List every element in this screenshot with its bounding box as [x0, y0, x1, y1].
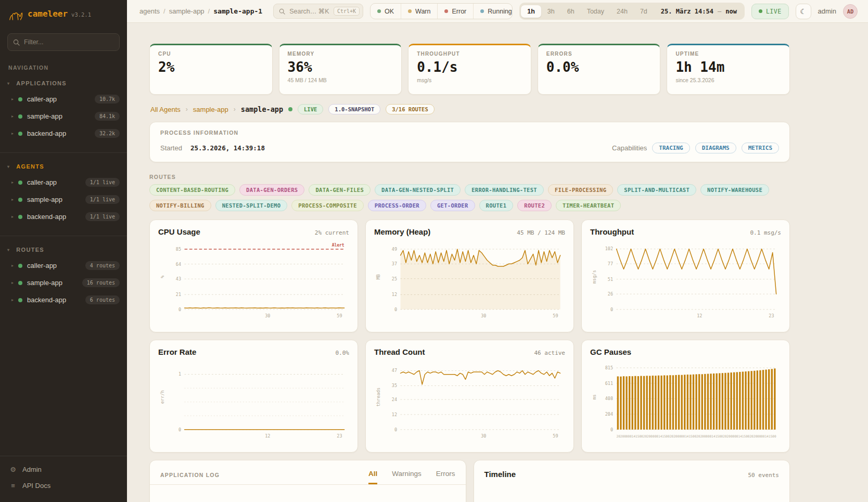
- live-status-badge[interactable]: LIVE: [751, 4, 789, 19]
- sidebar-admin-link[interactable]: ⚙ Admin: [9, 461, 118, 478]
- status-dot-green: [18, 215, 22, 219]
- route-chip[interactable]: ERROR-HANDLING-TEST: [465, 184, 544, 196]
- status-filter-label: OK: [385, 8, 394, 15]
- tab-warnings[interactable]: Warnings: [392, 470, 422, 484]
- sidebar-item-routes-backend-app[interactable]: ▸ backend-app 6 routes: [0, 291, 127, 308]
- status-dot-green: [18, 298, 22, 302]
- route-chip[interactable]: NOTIFY-WAREHOUSE: [700, 184, 769, 196]
- sidebar-item-agent-backend-app[interactable]: ▸ backend-app 1/1 live: [0, 208, 127, 225]
- sample-app-link[interactable]: sample-app: [193, 106, 228, 113]
- dark-mode-toggle[interactable]: ☾: [796, 4, 811, 19]
- search-input[interactable]: Search… ⌘K Ctrl+K: [273, 4, 363, 19]
- range-button-7d[interactable]: 7d: [634, 5, 654, 18]
- item-label: backend-app: [27, 296, 81, 304]
- item-routes-badge: 4 routes: [85, 261, 120, 270]
- sidebar-filter[interactable]: [7, 33, 120, 51]
- tab-errors[interactable]: Errors: [436, 470, 455, 484]
- sidebar-item-backend-app[interactable]: ▸ backend-app 32.2k: [0, 125, 127, 142]
- chevron-right-icon: ▸: [11, 214, 14, 219]
- route-chip[interactable]: ROUTE2: [517, 200, 552, 211]
- range-button-24h[interactable]: 24h: [610, 5, 634, 18]
- status-filter-running[interactable]: Running: [473, 4, 513, 19]
- application-log-title: APPLICATION LOG: [160, 472, 220, 484]
- route-chip[interactable]: GET-ORDER: [430, 200, 475, 211]
- live-badge: LIVE: [298, 104, 323, 114]
- brand-name: cameleer: [28, 9, 68, 19]
- range-button-today[interactable]: Today: [581, 5, 610, 18]
- route-chips: CONTENT-BASED-ROUTING DATA-GEN-ORDERS DA…: [149, 184, 790, 211]
- warn-status-dot: [408, 9, 412, 13]
- search-placeholder: Search… ⌘K: [289, 7, 329, 15]
- range-button-6h[interactable]: 6h: [561, 5, 581, 18]
- breadcrumb-agents[interactable]: agents: [139, 7, 160, 15]
- route-chip[interactable]: DATA-GEN-FILES: [309, 184, 371, 196]
- route-chip[interactable]: SPLIT-AND-MULTICAST: [617, 184, 696, 196]
- sidebar-item-agent-sample-app[interactable]: ▸ sample-app 1/1 live: [0, 191, 127, 208]
- svg-text:30: 30: [481, 433, 486, 439]
- tab-all[interactable]: All: [368, 470, 377, 484]
- chart-card-cpu-usage: CPU Usage 2% current 856443210Alert%3059: [149, 220, 358, 332]
- status-dot-green: [18, 132, 22, 136]
- status-filter-error[interactable]: Error: [437, 4, 473, 19]
- routes-block: ROUTES CONTENT-BASED-ROUTING DATA-GEN-OR…: [149, 174, 790, 211]
- status-filter-warn[interactable]: Warn: [401, 4, 437, 19]
- sidebar-nav: ▾ APPLICATIONS ▸ caller-app 10.7k ▸ samp…: [0, 74, 127, 456]
- sidebar-item-routes-sample-app[interactable]: ▸ sample-app 16 routes: [0, 274, 127, 291]
- svg-text:49: 49: [392, 247, 397, 252]
- svg-text:21: 21: [176, 292, 181, 297]
- status-dot-green: [18, 114, 22, 119]
- route-chip[interactable]: PROCESS-ORDER: [368, 200, 426, 211]
- error-rate-chart: 10err/h1223: [158, 357, 349, 441]
- sidebar-item-routes-caller-app[interactable]: ▸ caller-app 4 routes: [0, 257, 127, 274]
- svg-text:51: 51: [608, 276, 613, 281]
- capabilities: Capabilities TRACING DIAGRAMS METRICS: [612, 143, 779, 153]
- stat-card-uptime: UPTIME 1h 14m since 25.3.2026: [667, 44, 790, 95]
- date-range-display[interactable]: 25. März 14:54 — now: [654, 8, 743, 15]
- route-chip[interactable]: CONTENT-BASED-ROUTING: [149, 184, 235, 196]
- section-label: AGENTS: [16, 163, 44, 170]
- svg-text:35: 35: [392, 383, 397, 388]
- route-chip[interactable]: PROCESS-COMPOSITE: [291, 200, 364, 211]
- status-filter-ok[interactable]: OK: [371, 4, 401, 19]
- sidebar-section-routes[interactable]: ▾ ROUTES: [0, 243, 127, 257]
- chart-current-value: 2% current: [315, 229, 349, 236]
- item-label: caller-app: [27, 95, 90, 103]
- range-button-1h[interactable]: 1h: [521, 5, 541, 18]
- chart-current-value: 0.1 msg/s: [750, 229, 781, 236]
- chevron-down-icon: ▾: [7, 164, 10, 169]
- route-chip[interactable]: TIMER-HEARTBEAT: [556, 200, 621, 211]
- route-chip[interactable]: NOTIFY-BILLING: [149, 200, 211, 211]
- item-count-badge: 84.1k: [95, 112, 120, 121]
- route-chip[interactable]: FILE-PROCESSING: [548, 184, 613, 196]
- breadcrumb-sample-app[interactable]: sample-app: [169, 7, 205, 15]
- svg-text:23: 23: [769, 313, 774, 318]
- route-chip[interactable]: DATA-GEN-ORDERS: [239, 184, 304, 196]
- started-value: 25.3.2026, 14:39:18: [190, 144, 265, 152]
- range-button-3h[interactable]: 3h: [541, 5, 561, 18]
- sidebar-item-sample-app[interactable]: ▸ sample-app 84.1k: [0, 108, 127, 125]
- svg-text:Alert: Alert: [332, 243, 344, 248]
- route-chip[interactable]: NESTED-SPLIT-DEMO: [215, 200, 288, 211]
- sidebar-section-applications[interactable]: ▾ APPLICATIONS: [0, 77, 127, 91]
- sidebar-filter-input[interactable]: [24, 38, 114, 46]
- route-chip[interactable]: ROUTE1: [479, 200, 514, 211]
- avatar[interactable]: AD: [843, 4, 858, 19]
- route-chip[interactable]: DATA-GEN-NESTED-SPLIT: [375, 184, 461, 196]
- chevron-right-icon: ▸: [11, 263, 14, 268]
- item-label: caller-app: [27, 262, 81, 269]
- stat-label: CPU: [158, 51, 264, 57]
- item-live-badge: 1/1 live: [85, 178, 120, 187]
- svg-text:64: 64: [176, 261, 181, 266]
- sidebar-section-agents[interactable]: ▾ AGENTS: [0, 160, 127, 174]
- stats-row: CPU 2% MEMORY 36% 45 MB / 124 MB THROUGH…: [149, 44, 790, 95]
- chart-card-memory-heap: Memory (Heap) 45 MB / 124 MB 493725120MB…: [365, 220, 574, 332]
- sidebar-apidocs-link[interactable]: ≡ API Docs: [9, 478, 118, 494]
- charts-grid: CPU Usage 2% current 856443210Alert%3059…: [149, 220, 790, 453]
- sidebar-item-agent-caller-app[interactable]: ▸ caller-app 1/1 live: [0, 174, 127, 191]
- breadcrumb-current: sample-app-1: [213, 7, 262, 15]
- current-agent-name: sample-app: [241, 105, 283, 113]
- sidebar-item-caller-app[interactable]: ▸ caller-app 10.7k: [0, 91, 127, 108]
- chart-current-value: 46 active: [534, 350, 565, 356]
- all-agents-link[interactable]: All Agents: [150, 106, 181, 113]
- svg-text:85: 85: [176, 247, 181, 252]
